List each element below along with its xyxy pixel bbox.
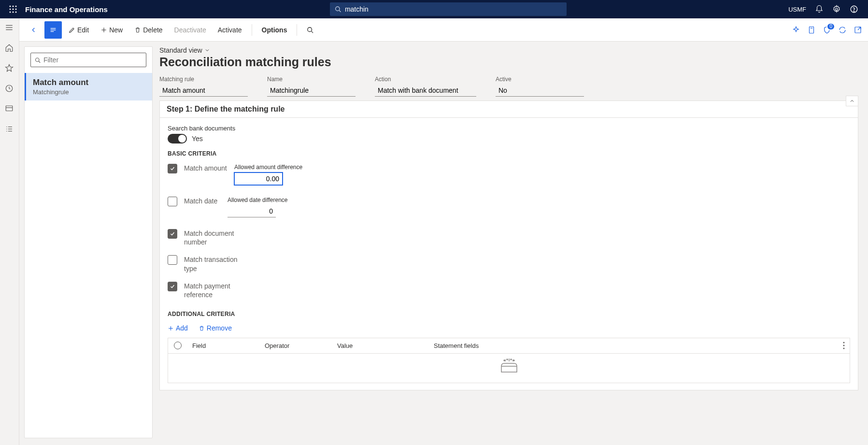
waffle-icon[interactable]	[4, 5, 22, 13]
svg-point-8	[15, 12, 17, 13]
svg-point-1	[13, 6, 14, 7]
company-label[interactable]: USMF	[788, 6, 806, 13]
bell-icon[interactable]	[815, 5, 824, 14]
search-input[interactable]	[345, 5, 562, 13]
svg-point-4	[13, 9, 14, 10]
svg-point-3	[10, 9, 11, 10]
svg-point-13	[854, 11, 854, 12]
svg-point-2	[15, 6, 17, 7]
app-title: Finance and Operations	[25, 5, 108, 14]
svg-point-6	[10, 12, 11, 13]
svg-point-0	[10, 6, 11, 7]
svg-line-10	[339, 11, 341, 12]
svg-point-5	[15, 9, 17, 10]
svg-point-11	[836, 8, 838, 11]
svg-point-7	[13, 12, 14, 13]
search-icon	[335, 6, 341, 13]
svg-point-9	[335, 7, 339, 11]
global-search[interactable]	[330, 2, 567, 16]
gear-icon[interactable]	[832, 5, 841, 14]
top-bar: Finance and Operations USMF	[0, 0, 868, 18]
help-icon[interactable]	[850, 5, 858, 14]
